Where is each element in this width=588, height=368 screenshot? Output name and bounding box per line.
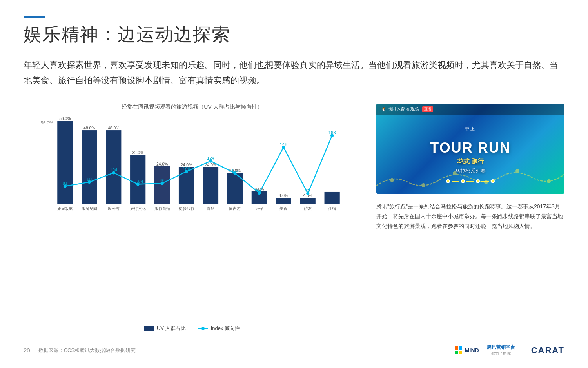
svg-text:旅行自拍: 旅行自拍 [154, 206, 170, 211]
mind-sq2 [459, 346, 462, 350]
legend-bar-label: UV 人群占比 [157, 325, 186, 332]
legend-bar-item: UV 人群占比 [144, 325, 186, 332]
bar-2 [82, 130, 97, 204]
svg-text:48.0%: 48.0% [108, 126, 119, 130]
mind-text: MIND [465, 347, 479, 353]
svg-text:106: 106 [183, 166, 190, 171]
svg-text:56.0%: 56.0% [59, 117, 71, 121]
chart-svg: 56.0% 56.0% 48.0% 48.0% 32.0% [24, 117, 361, 242]
footer-divider [34, 347, 34, 353]
svg-text:124: 124 [207, 156, 214, 160]
mind-sq3 [455, 351, 458, 354]
bar-7 [203, 167, 218, 204]
svg-text:美食: 美食 [279, 206, 287, 211]
description-text: 年轻人喜欢探索世界，喜欢享受发现未知的乐趣。同时，他们也想要体验真实的异域生活。… [24, 58, 564, 88]
svg-text:32.0%: 32.0% [132, 151, 143, 155]
svg-text:24.6%: 24.6% [156, 162, 168, 166]
svg-text:环保: 环保 [255, 206, 263, 211]
footer-right: MIND 腾讯营销平台 致力了解你 CARAT [455, 344, 564, 356]
svg-text:旅行文化: 旅行文化 [130, 206, 146, 211]
svg-text:48.0%: 48.0% [83, 126, 95, 130]
title-section: 娱乐精神：边运动边探索 [24, 16, 564, 47]
tour-run-subtitle: 花式 跑行 [457, 158, 484, 166]
svg-text:103: 103 [231, 168, 239, 173]
tour-run-image: 🐧 腾讯体育 在现场 直播 带上 TOUR [376, 104, 564, 194]
tour-run-main-title: TOUR RUN [430, 140, 510, 156]
chart-legend: UV 人群占比 Index 倾向性 [24, 325, 361, 332]
tencent-sub: 致力了解你 [491, 351, 511, 356]
mind-sq1 [455, 346, 458, 350]
svg-text:4.0%: 4.0% [279, 193, 289, 198]
mind-sq4 [459, 351, 462, 354]
tour-run-sub2: 马拉松系列赛 [430, 168, 510, 175]
svg-text:自然: 自然 [207, 206, 214, 211]
svg-text:88: 88 [87, 177, 92, 182]
legend-line-box [198, 328, 208, 329]
svg-text:168: 168 [328, 130, 336, 135]
svg-text:旅游攻略: 旅游攻略 [57, 206, 73, 211]
bar-12 [325, 192, 340, 204]
content-area: 经常在腾讯视频观看的旅游视频（UV 人群占比与倾向性） 56.0% 56.0% … [24, 104, 564, 332]
tour-run-overlay: 带上 TOUR RUN 花式 跑行 马拉松系列赛 [376, 104, 564, 194]
svg-text:86: 86 [160, 178, 165, 183]
legend-line-item: Index 倾向性 [198, 325, 240, 332]
bar-5 [154, 166, 170, 204]
tencent-mkt-text: 腾讯营销平台 [487, 344, 515, 351]
svg-text:56.0%: 56.0% [41, 120, 53, 125]
svg-text:徒步旅行: 徒步旅行 [179, 206, 194, 211]
svg-text:104: 104 [110, 168, 117, 172]
tencent-mkt-block: 腾讯营销平台 致力了解你 [487, 344, 515, 356]
right-section: 🐧 腾讯体育 在现场 直播 带上 TOUR [376, 104, 564, 332]
svg-text:驴友: 驴友 [304, 206, 312, 211]
page-title: 娱乐精神：边运动边探索 [24, 22, 564, 47]
page-container: 娱乐精神：边运动边探索 年轻人喜欢探索世界，喜欢享受发现未知的乐趣。同时，他们也… [0, 0, 588, 368]
carat-logo: CARAT [531, 345, 564, 355]
svg-text:84: 84 [138, 179, 143, 184]
svg-text:国内游: 国内游 [229, 206, 241, 211]
mind-logo-squares [455, 346, 463, 354]
footer-source: 数据来源：CCS和腾讯大数据融合数据研究 [38, 347, 136, 354]
chart-wrapper: 56.0% 56.0% 48.0% 48.0% 32.0% [24, 117, 361, 320]
index-line [65, 135, 332, 193]
chart-section: 经常在腾讯视频观看的旅游视频（UV 人群占比与倾向性） 56.0% 56.0% … [24, 104, 361, 332]
legend-line-label: Index 倾向性 [211, 325, 240, 332]
description-section: 年轻人喜欢探索世界，喜欢享受发现未知的乐趣。同时，他们也想要体验真实的异域生活。… [24, 58, 564, 88]
svg-text:境外游: 境外游 [107, 206, 120, 211]
svg-text:148: 148 [280, 142, 287, 147]
svg-text:68: 68 [305, 188, 310, 193]
chart-title: 经常在腾讯视频观看的旅游视频（UV 人群占比与倾向性） [24, 104, 361, 111]
right-description: 腾讯"旅行跑"是一系列结合马拉松与旅游的长跑赛事。这一赛事从2017年3月开始，… [376, 202, 564, 231]
mind-logo: MIND [455, 346, 479, 354]
page-number: 20 [24, 347, 30, 353]
footer-left: 20 数据来源：CCS和腾讯大数据融合数据研究 [24, 347, 136, 354]
svg-text:81: 81 [63, 181, 68, 186]
legend-bar-box [144, 326, 154, 331]
title-accent-bar [24, 16, 45, 18]
logo-separator [523, 344, 523, 356]
bar-1 [57, 121, 73, 204]
bar-10 [276, 198, 291, 204]
svg-text:旅游见闻: 旅游见闻 [82, 206, 97, 211]
bar-11 [300, 198, 316, 204]
bar-3 [106, 130, 121, 204]
footer: 20 数据来源：CCS和腾讯大数据融合数据研究 MIND 腾讯营销平台 [24, 340, 564, 356]
svg-text:住宿: 住宿 [328, 206, 336, 211]
svg-text:69: 69 [257, 188, 262, 193]
